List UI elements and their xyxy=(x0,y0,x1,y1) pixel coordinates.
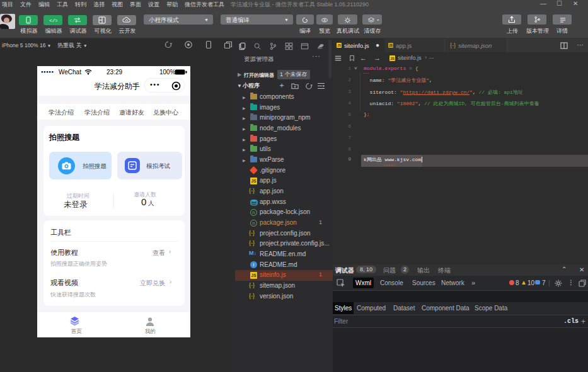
svg-text:</>: </> xyxy=(49,18,57,23)
